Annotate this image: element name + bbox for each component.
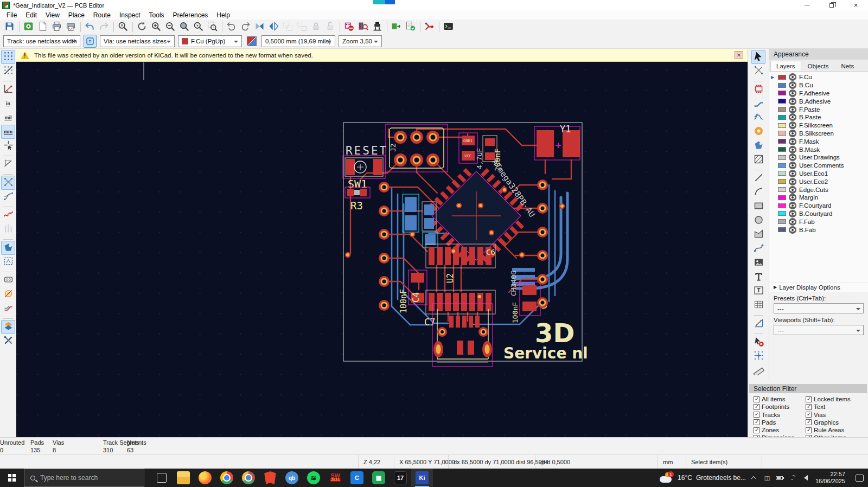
- wifi-icon[interactable]: [788, 474, 796, 482]
- layer-b-paste[interactable]: ▶ B.Paste: [769, 113, 868, 121]
- cleanup-tracks-button[interactable]: [422, 20, 436, 34]
- cursor-shape-button[interactable]: [1, 139, 15, 153]
- tradingview-taskbar-icon[interactable]: 17: [390, 469, 411, 487]
- units-mm-button[interactable]: mm: [1, 125, 15, 139]
- layer-visibility-eye-icon[interactable]: [789, 186, 796, 194]
- footprint-c9[interactable]: [423, 232, 438, 247]
- delete-tool-button[interactable]: [751, 335, 765, 349]
- layer-f-mask[interactable]: ▶ F.Mask: [769, 137, 868, 145]
- layer-color-swatch[interactable]: [778, 171, 786, 176]
- draw-arc-button[interactable]: [751, 185, 765, 200]
- save-button[interactable]: [2, 20, 16, 34]
- layer-color-swatch[interactable]: [778, 83, 786, 88]
- clickup-taskbar-icon[interactable]: C: [346, 469, 368, 487]
- layer-color-swatch[interactable]: [778, 75, 786, 80]
- footprint-library-browser-button[interactable]: [356, 20, 370, 34]
- add-via-button[interactable]: [751, 125, 765, 139]
- layer-color-swatch[interactable]: [778, 179, 786, 184]
- ref-r3[interactable]: R3: [350, 200, 363, 212]
- track-width-dropdown[interactable]: Track: use netclass width: [3, 35, 80, 47]
- properties-panel-button[interactable]: [1, 334, 15, 348]
- zoom-dropdown[interactable]: Zoom 3,50: [339, 35, 382, 47]
- select-tool-button[interactable]: [751, 50, 765, 64]
- lock-button[interactable]: [309, 20, 323, 34]
- filter-rule-areas[interactable]: Rule Areas: [806, 427, 867, 434]
- filter-vias[interactable]: Vias: [806, 411, 867, 418]
- add-text-button[interactable]: [751, 270, 765, 284]
- redo-button[interactable]: [97, 20, 111, 34]
- checkbox-icon[interactable]: [806, 427, 812, 433]
- draw-polygon-button[interactable]: [751, 228, 765, 242]
- menu-edit[interactable]: Edit: [21, 11, 41, 20]
- via-size-dropdown[interactable]: Via: use netclass sizes: [100, 35, 175, 47]
- footprint-editor-button[interactable]: [342, 20, 356, 34]
- ref-j2[interactable]: J2: [389, 143, 397, 152]
- layer-edge-cuts[interactable]: ▶ Edge.Cuts: [769, 185, 868, 194]
- tab-objects[interactable]: Objects: [802, 61, 835, 71]
- rotate-ccw-button[interactable]: [224, 20, 238, 34]
- zoom-in-button[interactable]: [149, 20, 163, 34]
- layer-color-swatch[interactable]: [778, 139, 786, 144]
- net-color-mode-button[interactable]: [1, 222, 15, 236]
- layer-visibility-eye-icon[interactable]: [789, 210, 796, 217]
- value-100nf-c5[interactable]: 100nF: [511, 302, 519, 323]
- layer-f-cu[interactable]: ▶ F.Cu: [769, 73, 868, 81]
- update-pcb-from-schematic-button[interactable]: [389, 20, 403, 34]
- layer-display-options[interactable]: ▶ Layer Display Options: [769, 282, 868, 292]
- board-setup-button[interactable]: [21, 20, 35, 34]
- menu-place[interactable]: Place: [64, 11, 89, 20]
- layer-user-drawings[interactable]: ▶ User.Drawings: [769, 153, 868, 162]
- layer-color-swatch[interactable]: [778, 99, 786, 104]
- plot-button[interactable]: [63, 20, 78, 34]
- net-highlight-button[interactable]: [1, 208, 15, 222]
- checkbox-icon[interactable]: [754, 427, 760, 433]
- layer-visibility-eye-icon[interactable]: [789, 130, 796, 137]
- silk-reset[interactable]: RESET: [346, 144, 388, 157]
- via-sketch-mode-button[interactable]: [1, 287, 15, 302]
- pad-sketch-mode-button[interactable]: [1, 273, 15, 287]
- filter-zones[interactable]: Zones: [754, 427, 806, 434]
- drc-button[interactable]: [403, 20, 417, 34]
- grid-size-dropdown[interactable]: 0,5000 mm (19,69 mils): [261, 35, 335, 47]
- layer-visibility-eye-icon[interactable]: [789, 81, 796, 89]
- group-button[interactable]: [280, 20, 295, 34]
- layer-b-cu[interactable]: ▶ B.Cu: [769, 81, 868, 89]
- layer-color-swatch[interactable]: [778, 115, 786, 120]
- value-ch340g[interactable]: CH340G: [509, 271, 518, 296]
- menu-preferences[interactable]: Preferences: [169, 11, 213, 20]
- brave-taskbar-icon[interactable]: [259, 469, 281, 487]
- ref-sw1[interactable]: SW1: [348, 177, 367, 190]
- taskbar-clock[interactable]: 22:57 16/06/2025: [813, 471, 847, 485]
- flip-board-view-button[interactable]: [252, 20, 266, 34]
- layer-visibility-eye-icon[interactable]: [789, 113, 796, 121]
- ref-c4[interactable]: C4: [411, 292, 421, 303]
- layer-f-fab[interactable]: ▶ F.Fab: [769, 217, 868, 226]
- taskbar-search[interactable]: [24, 469, 144, 487]
- layer-visibility-eye-icon[interactable]: [789, 218, 796, 226]
- zoom-out-button[interactable]: [163, 20, 177, 34]
- battery-icon[interactable]: [776, 474, 783, 482]
- checkbox-icon[interactable]: [754, 412, 760, 418]
- layer-f-silkscreen[interactable]: ▶ F.Silkscreen: [769, 121, 868, 130]
- ungroup-button[interactable]: [295, 20, 309, 34]
- filter-tracks[interactable]: Tracks: [754, 411, 806, 418]
- page-settings-button[interactable]: [35, 20, 49, 34]
- layer-b-silkscreen[interactable]: ▶ B.Silkscreen: [769, 130, 868, 138]
- restore-button[interactable]: [819, 0, 844, 10]
- layer-b-mask[interactable]: ▶ B.Mask: [769, 145, 868, 153]
- layer-b-fab[interactable]: ▶ B.Fab: [769, 226, 868, 234]
- layer-visibility-eye-icon[interactable]: [789, 121, 796, 129]
- kicad-taskbar-icon[interactable]: Ki: [411, 469, 433, 487]
- layer-visibility-eye-icon[interactable]: [789, 73, 796, 81]
- solidworks-taskbar-icon[interactable]: SW2024: [324, 469, 346, 487]
- crosshair-shape-button[interactable]: [1, 157, 15, 171]
- layer-visibility-eye-icon[interactable]: [789, 98, 796, 105]
- tab-layers[interactable]: Layers: [770, 61, 801, 71]
- layer-b-adhesive[interactable]: ▶ B.Adhesive: [769, 97, 868, 105]
- grid-overrides-button[interactable]: [1, 64, 15, 78]
- unlock-button[interactable]: [323, 20, 337, 34]
- tray-expand-chevron-icon[interactable]: [751, 474, 758, 482]
- layer-b-courtyard[interactable]: ▶ B.Courtyard: [769, 210, 868, 218]
- place-footprint-tool-button[interactable]: [751, 82, 765, 97]
- checkbox-icon[interactable]: [754, 396, 760, 402]
